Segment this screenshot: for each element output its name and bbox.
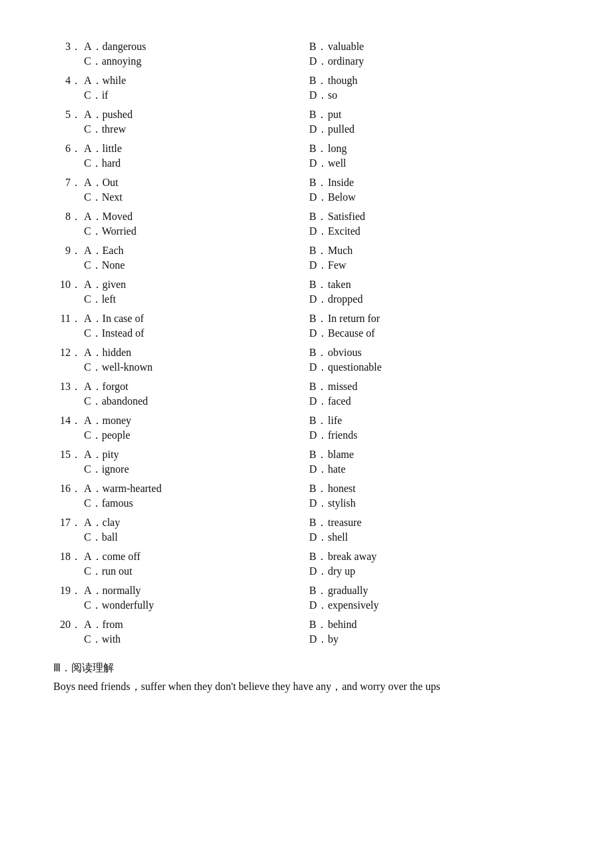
- option-label-b: B．: [309, 380, 328, 394]
- option-text-b: In return for: [328, 313, 380, 325]
- option-label-a: A．: [84, 142, 103, 156]
- question-item: 3．A．dangerousB．valuableC．annoyingD．ordin…: [53, 40, 560, 73]
- option-label-a: A．: [84, 618, 103, 632]
- option-label-d: D．: [309, 599, 328, 613]
- option-text-b: break away: [328, 551, 376, 563]
- option-text-c: wonderfully: [102, 599, 154, 611]
- option-text-a: Moved: [103, 211, 133, 223]
- option-text-c: None: [102, 259, 125, 271]
- option-label-a: A．: [84, 244, 103, 258]
- option-label-a: A．: [84, 482, 103, 496]
- option-text-a: little: [103, 143, 122, 155]
- option-label-a: A．: [84, 312, 103, 326]
- section3-text: Boys need friends，suffer when they don't…: [53, 678, 560, 695]
- option-text-d: stylish: [328, 497, 356, 509]
- question-number: 13．: [59, 380, 84, 394]
- option-label-d: D．: [309, 225, 328, 239]
- option-label-c: C．: [84, 123, 102, 137]
- option-text-d: dry up: [328, 565, 355, 577]
- option-label-c: C．: [84, 327, 102, 341]
- option-text-b: put: [328, 109, 341, 121]
- option-label-a: A．: [84, 516, 103, 530]
- option-label-d: D．: [309, 293, 328, 307]
- option-label-c: C．: [84, 191, 102, 205]
- option-text-d: well: [328, 157, 346, 169]
- option-text-d: expensively: [328, 599, 378, 611]
- option-label-d: D．: [309, 497, 328, 511]
- option-text-d: Excited: [328, 225, 360, 237]
- question-item: 15．A．pityB．blameC．ignoreD．hate: [53, 448, 560, 481]
- option-label-a: A．: [84, 176, 103, 190]
- question-item: 12．A．hiddenB．obviousC．well-knownD．questi…: [53, 346, 560, 379]
- option-label-b: B．: [309, 482, 328, 496]
- question-number: 14．: [59, 414, 84, 428]
- question-item: 20．A．fromB．behindC．withD．by: [53, 618, 560, 651]
- option-label-b: B．: [309, 584, 328, 598]
- option-text-a: from: [103, 619, 123, 631]
- question-item: 4．A．whileB．thoughC．ifD．so: [53, 74, 560, 107]
- question-number: 12．: [59, 346, 84, 360]
- option-text-c: abandoned: [102, 395, 148, 407]
- option-text-d: friends: [328, 429, 357, 441]
- option-label-c: C．: [84, 633, 102, 647]
- question-item: 9．A．EachB．MuchC．NoneD．Few: [53, 244, 560, 277]
- option-label-b: B．: [309, 278, 328, 292]
- option-text-a: pity: [103, 449, 119, 461]
- option-text-d: shell: [328, 531, 348, 543]
- option-label-c: C．: [84, 565, 102, 579]
- option-label-b: B．: [309, 40, 328, 54]
- question-number: 3．: [59, 40, 84, 54]
- option-text-b: blame: [328, 449, 354, 461]
- option-label-b: B．: [309, 74, 328, 88]
- option-text-c: hard: [102, 157, 121, 169]
- option-text-b: valuable: [328, 41, 364, 53]
- option-label-d: D．: [309, 89, 328, 103]
- question-number: 6．: [59, 142, 84, 156]
- option-label-d: D．: [309, 157, 328, 171]
- option-label-d: D．: [309, 259, 328, 273]
- option-text-a: while: [103, 75, 127, 87]
- section3-header: Ⅲ．阅读理解: [53, 661, 560, 675]
- option-label-d: D．: [309, 327, 328, 341]
- option-text-c: left: [102, 293, 116, 305]
- option-text-d: ordinary: [328, 55, 364, 67]
- option-text-a: given: [103, 279, 127, 291]
- option-label-b: B．: [309, 414, 328, 428]
- option-text-a: hidden: [103, 347, 132, 359]
- option-label-a: A．: [84, 108, 103, 122]
- option-text-c: Instead of: [102, 327, 145, 339]
- option-text-d: pulled: [328, 123, 354, 135]
- option-label-d: D．: [309, 123, 328, 137]
- option-text-d: questionable: [328, 361, 382, 373]
- option-text-d: Few: [328, 259, 346, 271]
- option-text-b: treasure: [328, 517, 362, 529]
- option-text-a: normally: [103, 585, 141, 597]
- option-label-a: A．: [84, 448, 103, 462]
- option-label-d: D．: [309, 463, 328, 477]
- option-label-a: A．: [84, 584, 103, 598]
- option-text-b: honest: [328, 483, 356, 495]
- option-label-c: C．: [84, 89, 102, 103]
- question-item: 14．A．moneyB．lifeC．peopleD．friends: [53, 414, 560, 447]
- option-text-b: life: [328, 415, 342, 427]
- option-label-d: D．: [309, 429, 328, 443]
- option-text-b: though: [328, 75, 357, 87]
- option-label-c: C．: [84, 429, 102, 443]
- option-label-b: B．: [309, 176, 328, 190]
- option-label-b: B．: [309, 244, 328, 258]
- option-text-d: so: [328, 89, 337, 101]
- option-label-c: C．: [84, 599, 102, 613]
- question-number: 8．: [59, 210, 84, 224]
- option-label-a: A．: [84, 550, 103, 564]
- option-label-c: C．: [84, 55, 102, 69]
- question-item: 5．A．pushedB．putC．threwD．pulled: [53, 108, 560, 141]
- question-item: 16．A．warm-heartedB．honestC．famousD．styli…: [53, 482, 560, 515]
- option-label-b: B．: [309, 618, 328, 632]
- option-text-c: famous: [102, 497, 133, 509]
- option-label-b: B．: [309, 108, 328, 122]
- option-label-c: C．: [84, 259, 102, 273]
- option-text-a: pushed: [103, 109, 133, 121]
- option-label-a: A．: [84, 414, 103, 428]
- question-item: 17．A．clayB．treasureC．ballD．shell: [53, 516, 560, 549]
- question-number: 18．: [59, 550, 84, 564]
